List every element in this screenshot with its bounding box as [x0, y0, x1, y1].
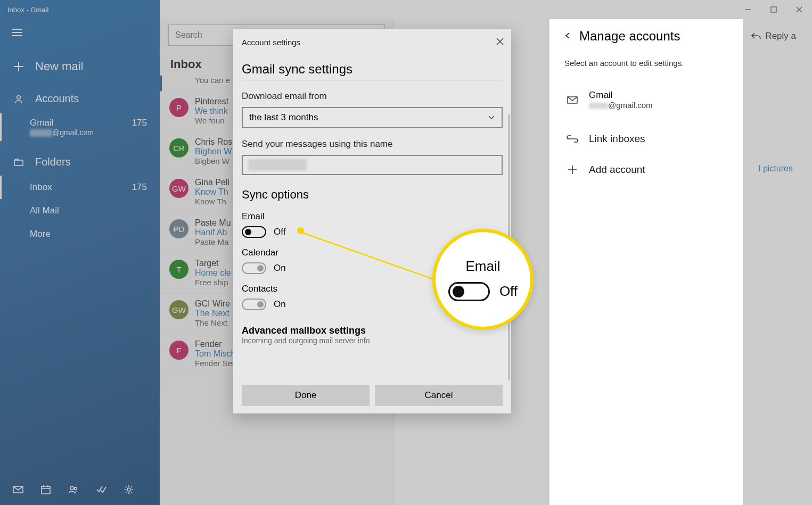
- done-button[interactable]: Done: [242, 385, 370, 406]
- dialog-close-button[interactable]: [496, 37, 504, 48]
- download-from-value: the last 3 months: [249, 112, 318, 123]
- sync-email-state: Off: [274, 227, 285, 237]
- callout-label: Email: [465, 258, 500, 275]
- sync-calendar-state: On: [274, 263, 286, 274]
- close-button[interactable]: [786, 0, 812, 19]
- sync-email-toggle[interactable]: [242, 226, 266, 238]
- maximize-button[interactable]: [761, 0, 786, 19]
- advanced-mailbox-link[interactable]: Advanced mailbox settings Incoming and o…: [242, 325, 503, 345]
- callout-state: Off: [499, 283, 518, 300]
- callout-anchor-dot: [297, 227, 304, 234]
- add-account-button[interactable]: Add account: [564, 154, 728, 185]
- sender-name-label: Send your messages using this name: [242, 139, 503, 150]
- minimize-button[interactable]: [735, 0, 761, 19]
- sync-calendar-toggle[interactable]: [242, 262, 266, 274]
- sync-options-heading: Sync options: [242, 188, 503, 202]
- download-from-label: Download email from: [242, 91, 503, 102]
- link-inboxes-label: Link inboxes: [589, 133, 645, 145]
- link-icon: [564, 135, 580, 143]
- sender-name-input[interactable]: [242, 155, 503, 175]
- manage-account-gmail[interactable]: Gmail @gmail.com: [564, 84, 728, 123]
- chevron-down-icon: [488, 115, 495, 120]
- manage-title: Manage accounts: [579, 29, 680, 44]
- callout-toggle: [448, 282, 490, 301]
- sync-contacts-state: On: [274, 299, 286, 310]
- cancel-button[interactable]: Cancel: [375, 385, 503, 406]
- window-controls: [735, 0, 812, 19]
- sync-email-label: Email: [242, 211, 503, 222]
- link-inboxes-button[interactable]: Link inboxes: [564, 123, 728, 154]
- account-settings-dialog: Account settings Gmail sync settings Dow…: [233, 29, 511, 413]
- callout-bubble: Email Off: [432, 229, 534, 330]
- manage-accounts-panel: Manage accounts Select an account to edi…: [549, 19, 743, 505]
- sync-contacts-toggle[interactable]: [242, 299, 266, 310]
- manage-account-address: @gmail.com: [589, 101, 653, 110]
- back-button[interactable]: [564, 31, 572, 42]
- manage-account-name: Gmail: [589, 90, 653, 101]
- advanced-title: Advanced mailbox settings: [242, 325, 503, 336]
- plus-icon: [564, 165, 580, 175]
- manage-hint: Select an account to edit settings.: [564, 59, 728, 68]
- advanced-desc: Incoming and outgoing mail server info: [242, 336, 503, 345]
- add-account-label: Add account: [589, 164, 645, 176]
- download-from-select[interactable]: the last 3 months: [242, 107, 503, 128]
- svg-rect-7: [771, 7, 776, 12]
- dialog-heading: Gmail sync settings: [242, 62, 503, 80]
- mail-icon: [564, 96, 580, 104]
- dialog-title: Account settings: [242, 38, 503, 47]
